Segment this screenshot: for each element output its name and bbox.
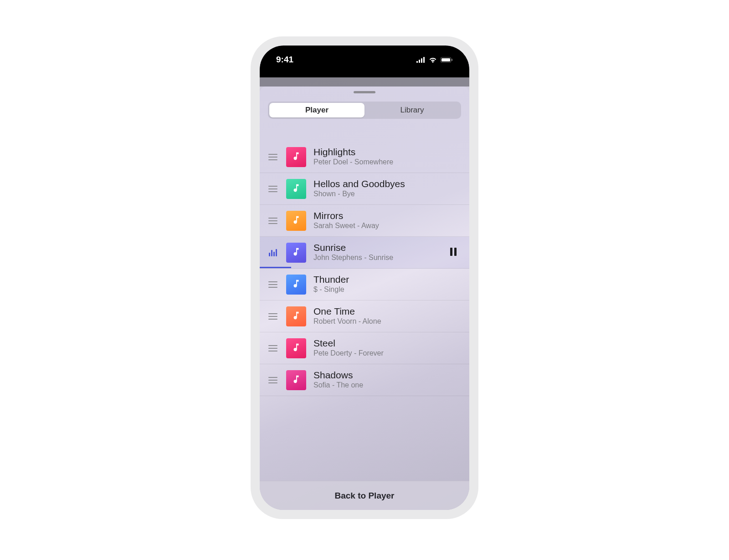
svg-rect-16 [269,253,270,256]
now-playing-eq-icon [268,249,278,256]
track-row[interactable]: Thunder$ - Single [260,269,469,300]
background-sheet-dim [260,77,469,87]
back-to-player-button[interactable]: Back to Player [260,481,469,510]
track-subtitle: Sarah Sweet - Away [313,221,447,231]
track-meta: One TimeRobert Voorn - Alone [313,306,447,326]
wifi-icon [428,56,437,63]
track-artwork [286,147,306,167]
track-title: Hellos and Goodbyes [313,178,447,189]
track-artwork [286,338,306,358]
tab-library[interactable]: Library [364,103,460,117]
track-row[interactable]: Hellos and GoodbyesShown - Bye [260,173,469,205]
track-artwork [286,179,306,199]
svg-rect-31 [268,377,277,378]
svg-rect-15 [268,223,277,224]
svg-rect-22 [268,281,277,282]
svg-rect-20 [450,248,452,256]
track-title: Highlights [313,147,447,158]
drag-handle-icon[interactable] [268,313,278,320]
track-row[interactable]: SunriseJohn Stephens - Sunrise [260,237,469,269]
track-meta: SteelPete Doerty - Forever [313,338,447,358]
svg-rect-9 [268,159,277,160]
pause-button[interactable] [447,248,460,258]
screen: 9:41 Player Library HighlightsPe [260,46,469,510]
track-row[interactable]: One TimeRobert Voorn - Alone [260,300,469,332]
drag-handle-icon[interactable] [268,154,278,160]
svg-rect-0 [416,61,418,63]
sheet-grabber[interactable] [354,91,375,93]
track-artwork [286,370,306,390]
music-note-icon [291,183,301,195]
svg-rect-25 [268,313,277,314]
track-subtitle: Robert Voorn - Alone [313,317,447,326]
svg-rect-24 [268,287,277,288]
svg-rect-30 [268,351,277,351]
track-meta: MirrorsSarah Sweet - Away [313,210,447,231]
drag-handle-icon[interactable] [268,218,278,224]
queue-list[interactable]: HighlightsPeter Doel - SomewhereHellos a… [260,141,469,481]
svg-rect-6 [452,59,452,61]
track-artwork [286,306,306,326]
svg-rect-5 [442,58,450,61]
track-meta: SunriseJohn Stephens - Sunrise [313,242,447,263]
track-meta: Thunder$ - Single [313,274,447,295]
svg-rect-26 [268,316,277,317]
svg-rect-23 [268,284,277,285]
svg-rect-14 [268,220,277,221]
drag-handle-icon[interactable] [268,377,278,383]
track-artwork [286,211,306,231]
svg-rect-2 [421,58,422,63]
svg-rect-11 [268,188,277,189]
drag-handle-icon[interactable] [268,345,278,351]
track-artwork [286,275,306,295]
track-meta: Hellos and GoodbyesShown - Bye [313,178,447,199]
queue-sheet: Player Library HighlightsPeter Doel - So… [260,87,469,510]
track-title: Mirrors [313,210,447,221]
cellular-icon [416,57,426,63]
music-note-icon [291,311,301,322]
svg-rect-32 [268,380,277,381]
music-note-icon [291,279,301,290]
svg-rect-21 [454,248,457,256]
track-meta: HighlightsPeter Doel - Somewhere [313,147,447,167]
track-title: Thunder [313,274,447,285]
svg-rect-12 [268,191,277,192]
tab-player[interactable]: Player [269,103,364,117]
track-subtitle: Shown - Bye [313,189,447,199]
svg-rect-17 [271,250,272,256]
status-indicators [416,56,453,63]
track-row[interactable]: HighlightsPeter Doel - Somewhere [260,141,469,173]
device-frame: 9:41 Player Library HighlightsPe [251,36,478,519]
svg-rect-27 [268,319,277,320]
track-title: Shadows [313,370,447,381]
track-subtitle: Sofia - The one [313,381,447,390]
svg-rect-10 [268,186,277,187]
svg-rect-7 [268,154,277,155]
svg-rect-3 [423,57,425,63]
segmented-control: Player Library [268,102,461,119]
svg-rect-28 [268,345,277,346]
drag-handle-icon[interactable] [268,281,278,288]
track-artwork [286,243,306,263]
svg-rect-1 [419,60,420,63]
track-row[interactable]: ShadowsSofia - The one [260,364,469,396]
svg-rect-8 [268,157,277,158]
track-title: Sunrise [313,242,447,253]
svg-rect-18 [273,252,275,256]
svg-rect-29 [268,348,277,349]
battery-icon [440,57,453,63]
music-note-icon [291,151,301,163]
music-note-icon [291,215,301,227]
music-note-icon [291,374,301,386]
track-row[interactable]: MirrorsSarah Sweet - Away [260,205,469,237]
track-progress-bar [260,267,291,268]
track-title: One Time [313,306,447,317]
track-row[interactable]: SteelPete Doerty - Forever [260,332,469,364]
pause-icon [450,248,457,258]
svg-rect-33 [268,382,277,383]
drag-handle-icon[interactable] [268,186,278,192]
track-subtitle: Pete Doerty - Forever [313,349,447,358]
track-title: Steel [313,338,447,349]
back-to-player-label: Back to Player [335,491,395,501]
music-note-icon [291,247,301,259]
